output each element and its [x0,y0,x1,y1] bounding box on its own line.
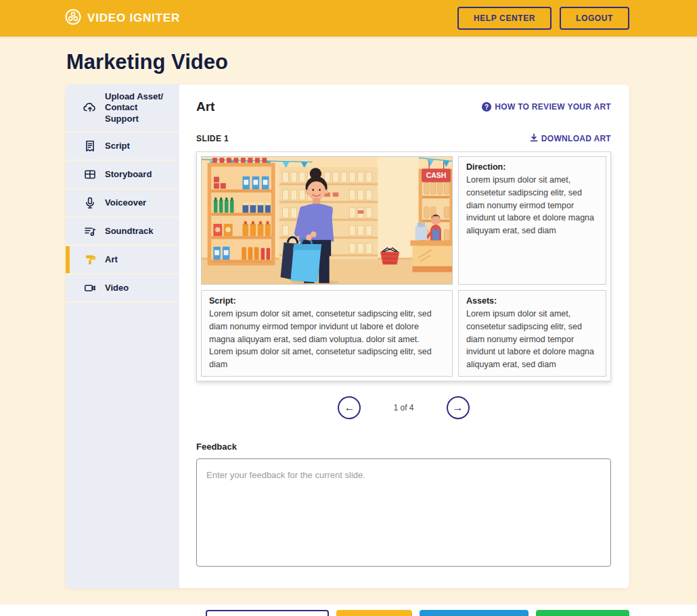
sidebar-item-art[interactable]: Art [66,246,179,275]
feedback-label: Feedback [196,442,611,452]
sidebar: Upload Asset/ Contact Support Script Sto… [66,85,179,588]
direction-panel: Direction: Lorem ipsum dolor sit amet, c… [458,156,606,285]
sidebar-item-label: Art [105,254,118,265]
sidebar-item-upload-asset[interactable]: Upload Asset/ Contact Support [66,85,179,133]
art-section-title: Art [196,99,215,114]
script-panel: Script: Lorem ipsum dolor sit amet, cons… [201,290,453,377]
submit-feedback-button[interactable]: SUBMIT FEEDBACK [420,610,529,616]
store-illustration: CASH [202,157,452,284]
main-card: Upload Asset/ Contact Support Script Sto… [66,85,629,588]
download-art-link[interactable]: DOWNLOAD ART [530,133,611,144]
sidebar-item-voiceover[interactable]: Voiceover [66,189,179,218]
slide-label: SLIDE 1 [196,134,229,143]
sidebar-item-label: Storyboard [105,169,152,180]
cash-sign: CASH [426,171,447,179]
assets-panel: Assets: Lorem ipsum dolor sit amet, cons… [458,290,606,377]
slide-counter: 1 of 4 [393,403,413,412]
brand-name: VIDEO IGNITER [87,11,180,25]
sidebar-item-label: Voiceover [105,197,146,208]
paint-roller-icon [83,253,97,266]
arrow-left-icon: ← [344,402,355,414]
script-icon [83,139,97,153]
arrow-right-icon: → [453,402,464,414]
sidebar-item-label: Script [105,141,130,151]
previous-slide-button[interactable]: ← [338,396,361,419]
script-title: Script: [209,296,445,306]
assets-title: Assets: [466,296,598,306]
slide-pagination: ← 1 of 4 → [196,396,611,419]
assets-body: Lorem ipsum dolor sit amet, consetetur s… [466,308,598,371]
art-section: Art ? HOW TO REVIEW YOUR ART SLIDE 1 DOW… [179,85,629,588]
slide-artwork: CASH [201,156,453,285]
storyboard-icon [83,168,97,181]
direction-title: Direction: [466,162,598,172]
footer-action-bar: BACK TO DASHBOARD SAVE SUBMIT FEEDBACK A… [0,605,697,616]
next-slide-button[interactable]: → [447,396,470,419]
direction-body: Lorem ipsum dolor sit amet, consetetur s… [466,174,598,237]
sidebar-item-label: Soundtrack [105,226,154,237]
page-title: Marketing Video [66,50,697,74]
script-body-line1: Lorem ipsum dolor sit amet, consetetur s… [209,308,445,346]
help-center-button[interactable]: HELP CENTER [457,7,552,30]
sidebar-item-video[interactable]: Video [66,275,179,303]
soundtrack-icon [83,224,97,238]
back-to-dashboard-button[interactable]: BACK TO DASHBOARD [206,610,329,616]
film-reel-icon [64,8,82,28]
sidebar-item-storyboard[interactable]: Storyboard [66,161,179,189]
question-mark-icon: ? [482,102,491,112]
microphone-icon [83,196,97,210]
video-camera-icon [83,281,97,295]
download-icon [530,133,538,144]
brand-logo[interactable]: VIDEO IGNITER [64,8,180,28]
slide-card: CASH [196,151,611,381]
sidebar-item-label: Upload Asset/ Contact Support [105,91,173,124]
logout-button[interactable]: LOGOUT [560,7,629,30]
sidebar-item-label: Video [105,283,129,293]
sidebar-item-script[interactable]: Script [66,133,179,161]
save-button[interactable]: SAVE [336,610,412,616]
top-bar: VIDEO IGNITER HELP CENTER LOGOUT [0,0,697,37]
approve-art-button[interactable]: APPROVE ART [536,610,629,616]
feedback-input[interactable] [196,458,611,567]
how-to-review-link[interactable]: ? HOW TO REVIEW YOUR ART [482,102,611,112]
cloud-upload-icon [83,101,97,114]
sidebar-item-soundtrack[interactable]: Soundtrack [66,218,179,246]
script-body-line2: Lorem ipsum dolor sit amet, consetetur s… [209,346,445,371]
